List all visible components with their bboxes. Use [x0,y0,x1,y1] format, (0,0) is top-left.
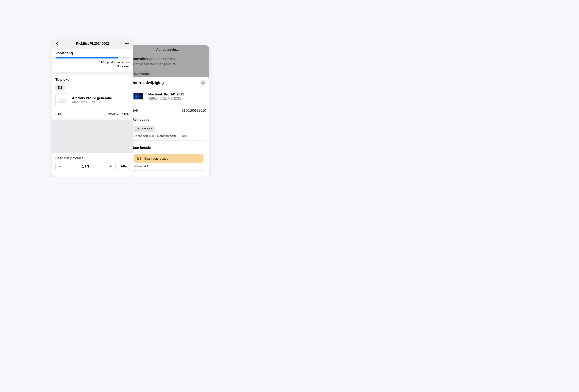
quantity-display: 1 / 3 [67,164,104,168]
progress-label: Voortgang [55,51,130,55]
stock-res-value: 0 [177,134,178,138]
scan-card: Scan het product − 1 / 3 + Alle Voltooie… [52,153,133,177]
progress-bar [55,57,130,58]
product-sku: MBP14-2021-M1-32GB [148,97,184,100]
ean-value: 0190190888610 [182,109,206,112]
increment-button[interactable]: + [106,162,116,171]
progress-products: 11/13 producten gepickt [55,60,130,64]
stock-tech-value: 100 [149,134,154,138]
stock-res-label: Gereserveerd [157,134,176,138]
to-location-label: Naar locatie [132,146,206,150]
product-image-airpods [55,93,69,107]
from-location-box[interactable]: Inkomend Technisch100 Gereserveerd0 Vrij… [132,124,206,141]
ean-value: 0195949052637 [105,112,130,116]
more-button[interactable]: ••• [124,41,129,46]
scan-title: Scan het product [55,156,130,160]
product-name: Macbook Pro 14" 2021 [148,93,184,96]
to-location-box: Scan een locatie Advies: A.2 [132,152,206,170]
product-image-macbook [132,90,145,103]
stock-free-value: 0 [186,134,188,138]
product-name: AirPods Pro 2e generatie [72,96,112,100]
stock-tech-label: Technisch [134,134,148,138]
progress-locations: 1/2 locaties [55,64,130,68]
phone-right: Aanvuladviezen Aanvullen vanuit inkomend… [129,45,209,177]
all-button[interactable]: Alle [118,162,130,171]
from-location-label: Van locatie [132,118,206,122]
close-button[interactable]: ✕ [200,80,206,86]
ean-label: EAN [55,112,62,116]
progress-fill [55,57,118,58]
to-pick-card: Te picken E.3 AirPods Pro 2e generatie A… [52,74,133,119]
plus-icon: + [109,164,112,169]
minus-icon: − [59,164,62,169]
advice-value: A.2 [144,165,148,168]
progress-card: Voortgang 11/13 producten gepickt 1/2 lo… [52,49,133,72]
chevron-left-icon [56,42,58,46]
product-sku: AIRPODSPRO2 [72,101,112,104]
scan-location-button[interactable]: Scan een locatie [134,154,204,163]
empty-space [52,119,133,153]
more-icon: ••• [125,41,129,46]
scan-location-label: Scan een locatie [144,157,168,161]
stock-free-label: Vrij [181,134,186,138]
page-title: Picklijst PL20240002 [76,42,109,46]
to-pick-title: Te picken [55,78,130,82]
sheet-title: Voorraadwijziging [132,81,164,85]
barcode-icon [138,157,142,160]
voorraadwijziging-sheet: Voorraadwijziging ✕ Macbook Pro 14" 2021… [129,77,209,177]
decrement-button[interactable]: − [55,162,65,171]
back-button[interactable] [56,42,61,46]
advice-label: Advies: [134,165,143,168]
complete-button[interactable]: Voltooien [55,175,130,177]
location-badge: E.3 [55,85,65,91]
from-location-pill: Inkomend [134,126,155,132]
phone-left: Picklijst PL20240002 ••• Voortgang 11/13… [52,39,133,177]
close-icon: ✕ [202,81,205,85]
